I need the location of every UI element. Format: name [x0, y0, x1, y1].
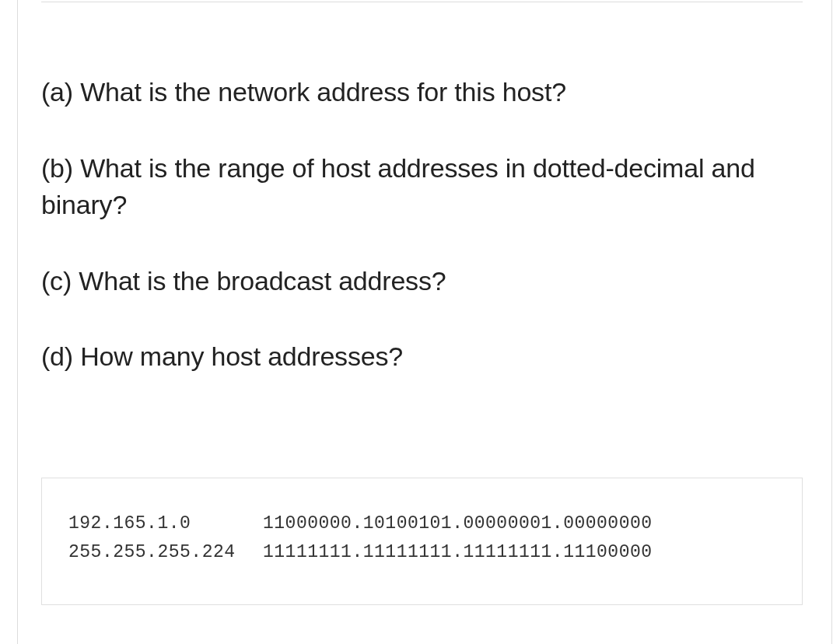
code-row-1: 192.165.1.0 11000000.10100101.00000001.0…: [68, 509, 775, 538]
questions-content: (a) What is the network address for this…: [41, 74, 803, 376]
question-d: (d) How many host addresses?: [41, 338, 803, 376]
question-a: (a) What is the network address for this…: [41, 74, 803, 111]
outer-border-left: [17, 0, 18, 644]
question-c: (c) What is the broadcast address?: [41, 263, 803, 300]
subnet-mask-decimal: 255.255.255.224: [68, 538, 263, 567]
question-b: (b) What is the range of host addresses …: [41, 150, 803, 224]
code-row-2: 255.255.255.224 11111111.11111111.111111…: [68, 538, 775, 567]
ip-address-binary: 11000000.10100101.00000001.00000000: [263, 509, 775, 538]
top-divider: [41, 2, 803, 2]
subnet-mask-binary: 11111111.11111111.11111111.11100000: [263, 538, 775, 567]
code-block: 192.165.1.0 11000000.10100101.00000001.0…: [41, 478, 803, 605]
outer-border-right: [831, 0, 832, 644]
ip-address-decimal: 192.165.1.0: [68, 509, 263, 538]
